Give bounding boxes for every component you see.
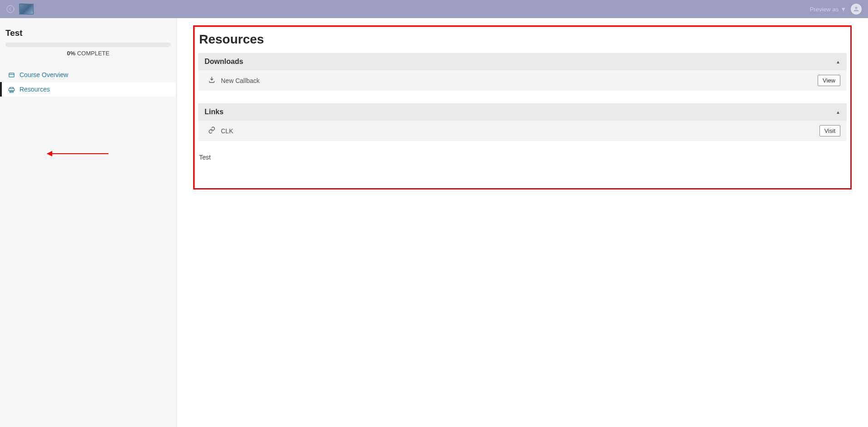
links-section-header[interactable]: Links ▲ — [198, 103, 847, 121]
logo[interactable] — [19, 4, 34, 15]
top-header: Preview as ▼ — [0, 0, 868, 18]
progress-percent: 0% — [67, 50, 76, 57]
visit-button[interactable]: Visit — [819, 125, 840, 136]
download-item-label: New Callback — [221, 77, 260, 84]
main: Resources Downloads ▲ New Callback View — [177, 18, 868, 427]
page-title: Resources — [199, 32, 847, 47]
arrow-annotation — [47, 153, 108, 154]
download-icon — [208, 76, 215, 85]
link-row-left: CLK — [208, 126, 233, 135]
download-row: New Callback View — [198, 70, 847, 91]
progress-suffix: COMPLETE — [75, 50, 109, 57]
sidebar-item-label: Resources — [20, 86, 50, 93]
header-right: Preview as ▼ — [810, 4, 862, 15]
course-title: Test — [0, 28, 176, 43]
link-row: CLK Visit — [198, 121, 847, 141]
download-row-left: New Callback — [208, 76, 260, 85]
chevron-left-icon — [8, 7, 13, 11]
text-block: Test — [199, 154, 847, 161]
caret-up-icon: ▲ — [836, 59, 840, 64]
preview-as-dropdown[interactable]: Preview as ▼ — [810, 6, 846, 13]
progress-text: 0% COMPLETE — [0, 50, 176, 57]
header-left — [6, 4, 34, 15]
back-button[interactable] — [6, 5, 15, 13]
downloads-section-header[interactable]: Downloads ▲ — [198, 53, 847, 70]
sidebar: Test 0% COMPLETE Course Overview Resourc… — [0, 18, 177, 427]
link-icon — [208, 126, 215, 135]
section-title: Downloads — [205, 58, 243, 66]
sidebar-item-label: Course Overview — [20, 71, 68, 78]
links-section: Links ▲ CLK Visit — [198, 103, 847, 141]
progress-bar — [5, 43, 171, 47]
person-icon — [853, 5, 860, 13]
print-icon — [8, 86, 15, 93]
preview-as-label: Preview as — [810, 6, 839, 13]
view-button[interactable]: View — [818, 75, 840, 86]
svg-rect-0 — [9, 73, 14, 77]
link-item-label: CLK — [221, 127, 233, 135]
section-title: Links — [205, 108, 224, 116]
downloads-section: Downloads ▲ New Callback View — [198, 53, 847, 91]
user-avatar[interactable] — [851, 4, 862, 15]
sidebar-item-resources[interactable]: Resources — [0, 82, 176, 97]
content-highlight-box: Resources Downloads ▲ New Callback View — [193, 25, 852, 189]
caret-up-icon: ▲ — [836, 110, 840, 115]
sidebar-item-course-overview[interactable]: Course Overview — [0, 68, 176, 82]
card-icon — [8, 72, 15, 78]
caret-down-icon: ▼ — [840, 6, 846, 13]
layout: Test 0% COMPLETE Course Overview Resourc… — [0, 18, 868, 427]
